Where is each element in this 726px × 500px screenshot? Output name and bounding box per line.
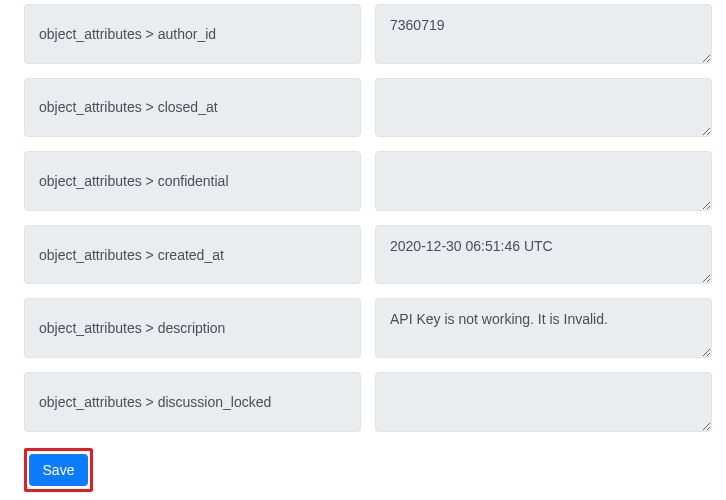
save-button[interactable]: Save [29,454,89,486]
attribute-row: object_attributes > created_at [24,225,712,285]
attribute-label-text: object_attributes > description [39,320,225,336]
attribute-value-input[interactable] [375,298,712,358]
attributes-scroll-container[interactable]: object_attributes > author_id object_att… [0,0,726,437]
attribute-label: object_attributes > closed_at [24,78,361,138]
attribute-value-input[interactable] [375,151,712,211]
attribute-value-input[interactable] [375,78,712,138]
attribute-label-text: object_attributes > discussion_locked [39,394,271,410]
attribute-label: object_attributes > created_at [24,225,361,285]
attribute-label: object_attributes > author_id [24,4,361,64]
attribute-label-text: object_attributes > closed_at [39,99,218,115]
attribute-row: object_attributes > description [24,298,712,358]
save-highlight-box: Save [24,448,93,492]
attribute-value-input[interactable] [375,372,712,432]
attribute-value-input[interactable] [375,4,712,64]
attribute-label-text: object_attributes > confidential [39,173,229,189]
attribute-label: object_attributes > description [24,298,361,358]
attribute-value-input[interactable] [375,225,712,285]
attribute-label: object_attributes > discussion_locked [24,372,361,432]
attribute-label: object_attributes > confidential [24,151,361,211]
attribute-label-text: object_attributes > author_id [39,26,216,42]
attribute-row: object_attributes > confidential [24,151,712,211]
attribute-row: object_attributes > discussion_locked [24,372,712,432]
attribute-row: object_attributes > closed_at [24,78,712,138]
attribute-label-text: object_attributes > created_at [39,247,224,263]
attribute-rows: object_attributes > author_id object_att… [24,0,712,437]
attribute-row: object_attributes > author_id [24,4,712,64]
